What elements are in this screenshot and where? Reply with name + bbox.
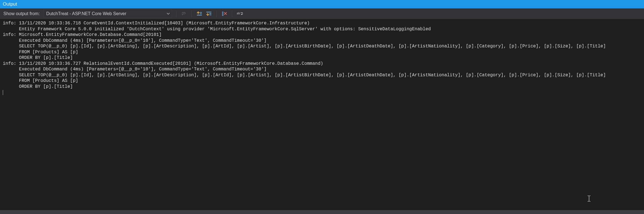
horizontal-scrollbar[interactable] bbox=[0, 210, 644, 214]
find-message-icon bbox=[181, 11, 186, 16]
output-line: info: 13/11/2020 10:33:36.718 CoreEventI… bbox=[3, 20, 641, 26]
toggle-word-wrap-button[interactable]: ab bbox=[236, 10, 243, 17]
panel-title: Output bbox=[3, 1, 17, 7]
output-line: info: Microsoft.EntityFrameworkCore.Data… bbox=[3, 32, 641, 38]
output-line: ORDER BY [p].[Title] bbox=[3, 55, 641, 61]
output-line: Executed DbCommand (4ms) [Parameters=[@_… bbox=[3, 38, 641, 44]
show-output-from-label: Show output from: bbox=[3, 11, 41, 16]
output-line: info: 13/11/2020 10:33:36.727 Relational… bbox=[3, 61, 641, 67]
output-line: Executed DbCommand (4ms) [Parameters=[@_… bbox=[3, 66, 641, 72]
output-line: FROM [Products] AS [p] bbox=[3, 78, 641, 84]
output-line: Entity Framework Core 5.0.0 initialized … bbox=[3, 26, 641, 32]
svg-rect-5 bbox=[209, 13, 211, 14]
output-source-dropdown[interactable]: DutchTreat - ASP.NET Core Web Server bbox=[43, 10, 172, 18]
clear-all-icon bbox=[221, 11, 227, 16]
toolbar-separator bbox=[216, 10, 217, 17]
arrow-prev-icon bbox=[197, 11, 202, 16]
i-beam-cursor-icon bbox=[571, 190, 591, 209]
output-toolbar: Show output from: DutchTreat - ASP.NET C… bbox=[0, 8, 644, 19]
output-panel: Output Show output from: DutchTreat - AS… bbox=[0, 0, 644, 214]
output-source-selected: DutchTreat - ASP.NET Core Web Server bbox=[46, 11, 126, 16]
text-caret bbox=[3, 90, 3, 95]
output-text-area[interactable]: info: 13/11/2020 10:33:36.718 CoreEventI… bbox=[0, 19, 644, 210]
toolbar-separator bbox=[176, 10, 176, 17]
output-line: ORDER BY [p].[Title] bbox=[3, 84, 641, 90]
svg-point-0 bbox=[184, 12, 185, 14]
output-line: SELECT TOP(@__p_0) [p].[Id], [p].[ArtDat… bbox=[3, 72, 641, 78]
svg-rect-3 bbox=[200, 13, 202, 14]
prev-message-button[interactable] bbox=[196, 10, 203, 17]
find-message-button bbox=[180, 10, 188, 17]
output-line: SELECT TOP(@__p_0) [p].[Id], [p].[ArtDat… bbox=[3, 43, 641, 49]
svg-text:ab: ab bbox=[237, 12, 240, 15]
svg-rect-6 bbox=[209, 15, 211, 15]
word-wrap-icon: ab bbox=[237, 11, 243, 16]
next-message-button[interactable] bbox=[205, 10, 213, 17]
svg-rect-4 bbox=[206, 12, 211, 12]
panel-titlebar[interactable]: Output bbox=[0, 0, 644, 8]
chevron-down-icon bbox=[167, 13, 170, 15]
arrow-next-icon bbox=[206, 11, 212, 16]
clear-all-button[interactable] bbox=[221, 10, 228, 17]
svg-rect-2 bbox=[200, 12, 202, 13]
output-line: FROM [Products] AS [p] bbox=[3, 49, 641, 55]
svg-rect-1 bbox=[197, 15, 202, 15]
toolbar-separator bbox=[191, 10, 192, 17]
toolbar-separator bbox=[232, 10, 232, 17]
